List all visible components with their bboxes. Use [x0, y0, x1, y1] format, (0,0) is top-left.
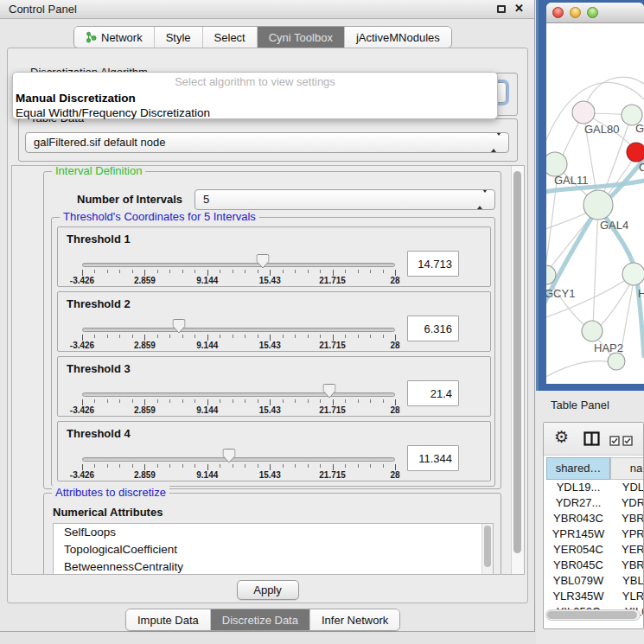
table-row[interactable]: YPR145WYPR1: [544, 526, 644, 542]
slider-thumb[interactable]: [173, 319, 186, 334]
slider-tick: [182, 270, 183, 273]
slider-tick-label: 28: [390, 341, 399, 350]
tab-discretize-data[interactable]: Discretize Data: [211, 609, 310, 630]
list-item-betweennesscentrality[interactable]: BetweennessCentrality: [54, 558, 493, 575]
popup-option-equal-width-frequency[interactable]: Equal Width/Frequency Discretization: [16, 105, 494, 120]
list-item-topologicalcoefficient[interactable]: TopologicalCoefficient: [54, 541, 493, 558]
close-icon[interactable]: ✕: [514, 2, 524, 15]
tab-infer-network[interactable]: Infer Network: [310, 609, 399, 630]
threshold-value-input[interactable]: [407, 316, 459, 341]
checked-box-icon[interactable]: [622, 434, 633, 450]
table-row[interactable]: YDR27...YDR2: [544, 495, 644, 511]
tab-cyni-toolbox[interactable]: Cyni Toolbox: [258, 27, 345, 48]
columns-icon[interactable]: [583, 431, 600, 450]
table-data-combobox[interactable]: galFiltered.sif default node: [25, 132, 509, 153]
zoom-traffic-light[interactable]: [587, 7, 598, 18]
network-canvas[interactable]: GAL80GACGAL11GAL4GCY1HHAP2: [546, 23, 644, 384]
threshold-slider[interactable]: -3.4262.8599.14415.4321.71528: [82, 422, 395, 482]
slider-thumb[interactable]: [223, 449, 236, 463]
slider-tick: [182, 335, 183, 338]
slider-tick-label: 28: [390, 470, 399, 480]
scrollbar-thumb[interactable]: [513, 171, 521, 553]
table-row[interactable]: YBL079WYBL0: [544, 573, 644, 589]
table-row[interactable]: YER054CYER0: [544, 542, 644, 558]
vertical-scrollbar[interactable]: [511, 166, 524, 574]
slider-thumb[interactable]: [256, 254, 269, 269]
horizontal-scrollbar[interactable]: [545, 609, 641, 621]
threshold-value-input[interactable]: [407, 445, 459, 471]
num-intervals-label: Number of Intervals: [77, 193, 182, 206]
threshold-slider[interactable]: -3.4262.8599.14415.4321.71528: [82, 292, 395, 353]
tab-impute-data[interactable]: Impute Data: [126, 609, 211, 630]
num-intervals-combobox[interactable]: 5: [194, 189, 495, 210]
slider-tick: [383, 335, 384, 338]
threshold-value-input[interactable]: [407, 380, 459, 406]
slider-tick: [333, 464, 334, 470]
slider-tick: [194, 270, 195, 273]
network-node-hap2[interactable]: [582, 321, 603, 341]
checked-box-icon[interactable]: [609, 434, 620, 450]
slider-tick: [333, 335, 334, 341]
table-row[interactable]: YBR043CYBR0: [544, 511, 644, 526]
slider-track[interactable]: [82, 457, 395, 462]
column-header-2[interactable]: na: [610, 457, 644, 480]
apply-button[interactable]: Apply: [237, 580, 299, 600]
slider-tick: [233, 464, 233, 468]
network-node[interactable]: [608, 353, 625, 370]
slider-thumb[interactable]: [322, 384, 335, 399]
node-label: GA: [635, 122, 644, 135]
slider-tick: [245, 399, 245, 403]
threshold-panel-3: Threshold 3-3.4262.8599.14415.4321.71528: [57, 356, 491, 417]
gear-icon[interactable]: ⚙: [554, 427, 569, 447]
node-table-panel: ⚙ shared…na YDL19...YDL1YDR27...YDR2YBR0…: [543, 422, 644, 629]
slider-tick: [157, 464, 158, 468]
threshold-panel-4: Threshold 4-3.4262.8599.14415.4321.71528: [57, 421, 491, 481]
group-title: Threshold's Coordinates for 5 Intervals: [60, 210, 259, 223]
list-item-selfloops[interactable]: SelfLoops: [54, 524, 493, 541]
slider-tick: [82, 335, 83, 341]
threshold-slider[interactable]: -3.4262.8599.14415.4321.71528: [82, 227, 395, 288]
network-node-gal80[interactable]: [572, 101, 595, 124]
table-cell: YDR27...: [546, 495, 610, 511]
tab-style[interactable]: Style: [155, 27, 203, 48]
thresholds-group: Threshold's Coordinates for 5 Intervals …: [51, 217, 495, 487]
threshold-slider[interactable]: -3.4262.8599.14415.4321.71528: [82, 357, 395, 418]
table-row[interactable]: YDL19...YDL1: [544, 480, 644, 495]
slider-tick: [270, 335, 271, 341]
tab-jactivemnodules[interactable]: jActiveMNodules: [345, 27, 451, 48]
table-cell: YPR1: [610, 526, 644, 542]
slider-track[interactable]: [82, 392, 395, 397]
tab-network[interactable]: Network: [74, 27, 155, 48]
table-cell: YLR3: [610, 589, 644, 604]
slider-track[interactable]: [82, 328, 395, 332]
table-cell: YBL0: [610, 573, 644, 589]
float-icon[interactable]: [497, 5, 506, 13]
popup-option-manual-discretization[interactable]: Manual Discretization: [16, 91, 494, 105]
list-scrollbar[interactable]: [481, 524, 493, 575]
network-node-gal4[interactable]: [583, 190, 613, 220]
slider-tick: [132, 270, 133, 273]
close-traffic-light[interactable]: [552, 7, 564, 18]
slider-track[interactable]: [82, 263, 395, 267]
network-node-gal11[interactable]: [546, 152, 567, 176]
slider-tick: [194, 399, 195, 403]
network-node-c[interactable]: [627, 143, 644, 162]
slider-tick: [395, 335, 396, 341]
slider-tick: [94, 399, 95, 403]
table-cell: YBR0: [610, 558, 644, 573]
table-toolbar: ⚙: [544, 423, 643, 456]
scrollbar-thumb[interactable]: [547, 611, 637, 619]
slider-tick-label: 21.715: [319, 470, 346, 480]
threshold-value-input[interactable]: [407, 251, 459, 277]
window-title: Control Panel: [9, 3, 77, 16]
slider-tick: [358, 270, 359, 273]
table-row[interactable]: YLR345WYLR3: [544, 589, 644, 604]
control-panel-titlebar: Control Panel ✕: [0, 0, 534, 19]
minimize-traffic-light[interactable]: [570, 7, 581, 18]
network-node-h[interactable]: [622, 263, 644, 285]
slider-tick: [345, 464, 346, 468]
column-header-1[interactable]: shared…: [546, 457, 610, 480]
table-row[interactable]: YBR045CYBR0: [544, 558, 644, 573]
slider-tick: [283, 399, 284, 403]
tab-select[interactable]: Select: [203, 27, 258, 48]
